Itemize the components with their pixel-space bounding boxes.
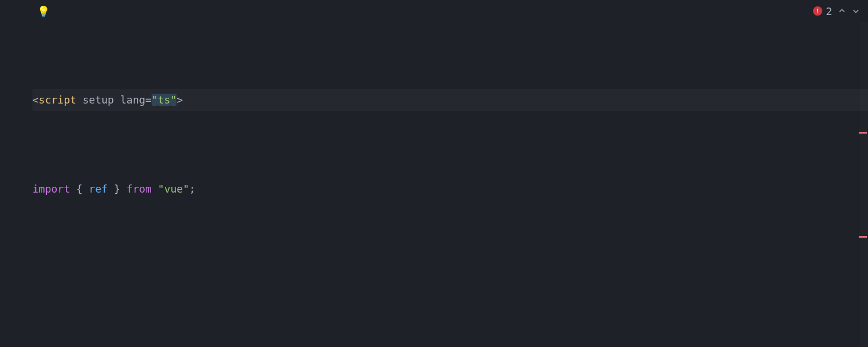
error-count: 2 — [826, 5, 832, 17]
error-marker[interactable] — [859, 132, 867, 134]
lightbulb-icon[interactable]: 💡 — [37, 5, 50, 17]
code-line[interactable]: import { ref } from "vue"; — [32, 178, 868, 201]
code-line[interactable]: <script setup lang="ts"> — [32, 89, 868, 112]
error-marker[interactable] — [859, 236, 867, 238]
chevron-up-icon[interactable] — [838, 7, 846, 15]
editor-topbar: 💡 ! 2 — [0, 0, 868, 22]
code-editor[interactable]: <script setup lang="ts"> import { ref } … — [0, 22, 868, 347]
error-badge[interactable]: ! 2 — [813, 5, 832, 17]
problems-nav: ! 2 — [813, 5, 860, 17]
error-icon: ! — [813, 6, 822, 16]
scrollbar-track[interactable] — [860, 22, 868, 347]
chevron-down-icon[interactable] — [852, 7, 860, 15]
code-line[interactable] — [32, 267, 868, 290]
